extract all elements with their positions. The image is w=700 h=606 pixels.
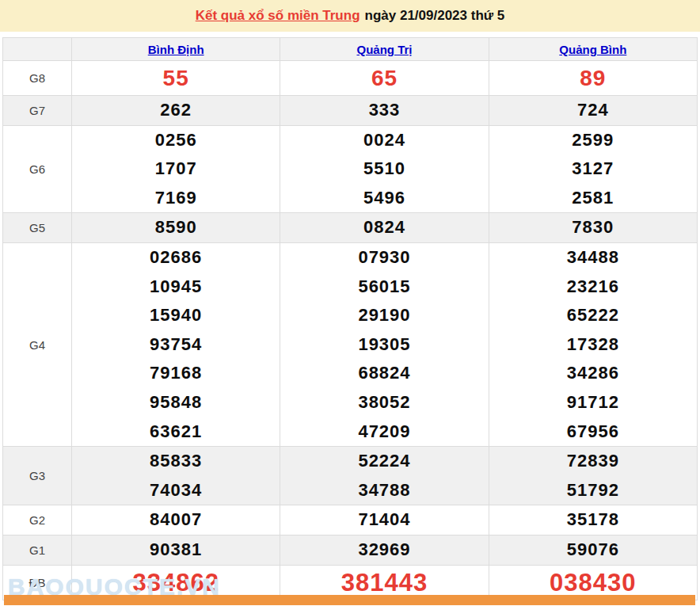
prize-number: 02686 bbox=[72, 243, 280, 273]
prize-number: 65222 bbox=[489, 301, 697, 330]
prize-numbers-cell: 07930560152919019305688243805247209 bbox=[280, 242, 489, 446]
header-cell-quang-binh: Quảng Bình bbox=[489, 38, 697, 61]
prize-numbers-cell: 8590 bbox=[72, 213, 280, 243]
prize-numbers-cell: 259931272581 bbox=[489, 125, 697, 213]
prize-number: 55 bbox=[72, 61, 280, 95]
footer-orange-bar bbox=[4, 595, 695, 605]
prize-number: 89 bbox=[489, 61, 697, 95]
header-empty-cell bbox=[3, 38, 72, 61]
prize-number: 90381 bbox=[72, 535, 280, 565]
prize-number: 0024 bbox=[280, 126, 488, 155]
lottery-results-page: Kết quả xổ số miền Trungngày 21/09/2023 … bbox=[0, 0, 700, 606]
prize-row-G8: G8556589 bbox=[3, 61, 698, 96]
prize-number: 84007 bbox=[72, 505, 280, 535]
prize-label: G4 bbox=[3, 242, 72, 446]
prize-numbers-cell: 724 bbox=[489, 96, 697, 126]
prize-numbers-cell: 7830 bbox=[489, 213, 697, 243]
prize-numbers-cell: 5222434788 bbox=[280, 447, 489, 505]
prize-number: 63621 bbox=[72, 417, 280, 447]
prize-numbers-cell: 84007 bbox=[72, 505, 280, 535]
province-link-binh-dinh[interactable]: Bình Định bbox=[148, 43, 204, 56]
prize-number: 67956 bbox=[489, 417, 697, 447]
prize-label: G6 bbox=[3, 125, 72, 213]
prize-row-G6: G6025617077169002455105496259931272581 bbox=[3, 125, 698, 213]
prize-numbers-cell: 90381 bbox=[72, 535, 280, 565]
prize-number: 0824 bbox=[280, 213, 488, 242]
prize-label: G5 bbox=[3, 213, 72, 243]
title-region-link[interactable]: Kết quả xổ số miền Trung bbox=[196, 8, 360, 23]
prize-number: 95848 bbox=[72, 388, 280, 417]
prize-row-G5: G5859008247830 bbox=[3, 213, 698, 243]
prize-number: 34488 bbox=[489, 243, 697, 273]
prize-numbers-cell: 65 bbox=[280, 61, 489, 96]
prize-numbers-cell: 8583374034 bbox=[72, 447, 280, 505]
prize-number: 52224 bbox=[280, 447, 488, 476]
prize-label: G1 bbox=[3, 535, 72, 565]
province-link-quang-tri[interactable]: Quảng Trị bbox=[356, 43, 412, 56]
prize-numbers-cell: 002455105496 bbox=[280, 125, 489, 213]
title-date: ngày 21/09/2023 thứ 5 bbox=[365, 8, 505, 23]
header-cell-binh-dinh: Bình Định bbox=[72, 38, 280, 61]
prize-row-G1: G1903813296959076 bbox=[3, 535, 698, 565]
prize-number: 23216 bbox=[489, 273, 697, 302]
prize-numbers-cell: 35178 bbox=[489, 505, 697, 535]
prize-number: 65 bbox=[280, 61, 488, 95]
results-tbody: G8556589G7262333724G60256170771690024551… bbox=[3, 61, 698, 600]
prize-row-G7: G7262333724 bbox=[3, 96, 698, 126]
prize-number: 79168 bbox=[72, 359, 280, 388]
header-cell-quang-tri: Quảng Trị bbox=[280, 38, 489, 61]
prize-number: 29190 bbox=[280, 301, 488, 330]
prize-numbers-cell: 71404 bbox=[280, 505, 489, 535]
prize-number: 724 bbox=[489, 96, 697, 125]
prize-label: G7 bbox=[3, 96, 72, 126]
prize-number: 17328 bbox=[489, 330, 697, 360]
prize-numbers-cell: 0824 bbox=[280, 213, 489, 243]
prize-number: 1707 bbox=[72, 154, 280, 184]
prize-number: 333 bbox=[280, 96, 488, 125]
prize-numbers-cell: 7283951792 bbox=[489, 447, 697, 505]
prize-number: 8590 bbox=[72, 213, 280, 242]
prize-label: G8 bbox=[3, 61, 72, 96]
prize-number: 0256 bbox=[72, 126, 280, 155]
prize-numbers-cell: 32969 bbox=[280, 535, 489, 565]
prize-label: G3 bbox=[3, 447, 72, 505]
prize-number: 262 bbox=[72, 96, 280, 125]
prize-number: 59076 bbox=[489, 535, 697, 565]
prize-numbers-cell: 59076 bbox=[489, 535, 697, 565]
prize-number: 10945 bbox=[72, 273, 280, 302]
prize-numbers-cell: 55 bbox=[72, 61, 280, 96]
prize-number: 38052 bbox=[280, 388, 488, 417]
province-link-quang-binh[interactable]: Quảng Bình bbox=[559, 43, 626, 56]
prize-number: 35178 bbox=[489, 505, 697, 535]
prize-number: 5496 bbox=[280, 184, 488, 213]
prize-number: 85833 bbox=[72, 447, 280, 476]
prize-row-G4: G402686109451594093754791689584863621079… bbox=[3, 242, 698, 446]
prize-numbers-cell: 02686109451594093754791689584863621 bbox=[72, 242, 280, 446]
prize-number: 93754 bbox=[72, 330, 280, 360]
prize-number: 07930 bbox=[280, 243, 488, 273]
prize-number: 34788 bbox=[280, 476, 488, 505]
prize-number: 71404 bbox=[280, 505, 488, 535]
prize-number: 51792 bbox=[489, 476, 697, 505]
prize-numbers-cell: 89 bbox=[489, 61, 697, 96]
prize-number: 7169 bbox=[72, 184, 280, 213]
prize-number: 2581 bbox=[489, 184, 697, 213]
prize-number: 5510 bbox=[280, 154, 488, 184]
prize-number: 56015 bbox=[280, 273, 488, 302]
prize-number: 3127 bbox=[489, 154, 697, 184]
prize-row-G2: G2840077140435178 bbox=[3, 505, 698, 535]
prize-label: G2 bbox=[3, 505, 72, 535]
prize-number: 72839 bbox=[489, 447, 697, 476]
prize-numbers-cell: 025617077169 bbox=[72, 125, 280, 213]
prize-number: 74034 bbox=[72, 476, 280, 505]
results-table: Bình Định Quảng Trị Quảng Bình G8556589G… bbox=[2, 37, 698, 600]
title-bar: Kết quả xổ số miền Trungngày 21/09/2023 … bbox=[0, 0, 700, 32]
prize-numbers-cell: 333 bbox=[280, 96, 489, 126]
prize-number: 68824 bbox=[280, 359, 488, 388]
prize-number: 34286 bbox=[489, 359, 697, 388]
prize-row-G3: G3858337403452224347887283951792 bbox=[3, 447, 698, 505]
prize-numbers-cell: 262 bbox=[72, 96, 280, 126]
prize-number: 47209 bbox=[280, 417, 488, 447]
prize-numbers-cell: 34488232166522217328342869171267956 bbox=[489, 242, 697, 446]
prize-number: 91712 bbox=[489, 388, 697, 417]
